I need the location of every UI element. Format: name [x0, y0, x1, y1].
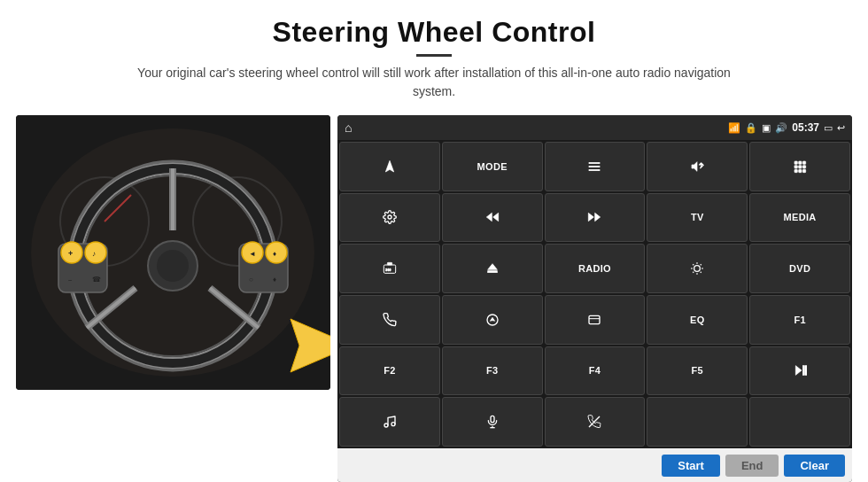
- svg-marker-68: [795, 366, 802, 376]
- btn-navigation[interactable]: [442, 295, 543, 345]
- svg-rect-54: [487, 271, 497, 273]
- clear-button[interactable]: Clear: [784, 455, 845, 477]
- svg-rect-43: [799, 169, 802, 172]
- svg-line-62: [701, 264, 701, 265]
- svg-rect-39: [794, 165, 797, 167]
- status-icons: 📶 🔒 ▣ 🔊 05:37 ▭ ↩: [728, 121, 845, 134]
- svg-marker-65: [490, 317, 494, 321]
- btn-apps[interactable]: [749, 142, 850, 191]
- btn-360cam[interactable]: 360: [339, 244, 440, 293]
- wifi-icon: 📶: [728, 122, 740, 134]
- btn-dvd[interactable]: DVD: [749, 244, 850, 293]
- header-description: Your original car's steering wheel contr…: [124, 64, 744, 101]
- btn-window[interactable]: [545, 295, 646, 345]
- header-divider: [416, 54, 452, 57]
- svg-text:♦: ♦: [273, 276, 276, 284]
- svg-rect-37: [799, 161, 802, 164]
- button-grid: MODE TV: [337, 140, 852, 448]
- svg-rect-41: [802, 165, 805, 167]
- svg-rect-42: [794, 169, 797, 172]
- svg-text:♦: ♦: [273, 250, 276, 258]
- btn-volume-mute[interactable]: [647, 142, 748, 191]
- steering-wheel-image: + ♪ − ☎ ◄ ♦ ○ ♦: [16, 115, 330, 390]
- btn-empty-2: [749, 397, 850, 447]
- svg-line-63: [694, 272, 694, 273]
- svg-point-19: [85, 242, 106, 263]
- svg-point-55: [694, 266, 701, 272]
- svg-marker-46: [486, 214, 492, 222]
- end-button[interactable]: End: [725, 455, 779, 477]
- svg-rect-33: [589, 166, 600, 167]
- page-title: Steering Wheel Control: [18, 16, 850, 49]
- svg-point-71: [384, 424, 388, 427]
- svg-rect-69: [802, 366, 804, 376]
- sd-icon: ▣: [762, 122, 771, 134]
- lock-icon: 🔒: [745, 122, 757, 134]
- header-section: Steering Wheel Control Your original car…: [0, 0, 868, 106]
- svg-text:+: +: [68, 249, 73, 258]
- btn-play-pause[interactable]: [749, 346, 850, 396]
- btn-list[interactable]: [545, 142, 646, 191]
- btn-rewind[interactable]: [442, 193, 543, 243]
- screen-icon: ▭: [824, 122, 833, 134]
- svg-line-76: [589, 416, 600, 427]
- svg-marker-47: [492, 214, 498, 222]
- svg-rect-73: [491, 416, 494, 422]
- svg-rect-32: [589, 162, 600, 163]
- btn-media[interactable]: MEDIA: [749, 193, 850, 243]
- svg-marker-49: [589, 214, 594, 222]
- svg-line-61: [701, 272, 701, 273]
- svg-point-16: [157, 250, 189, 282]
- btn-mode[interactable]: MODE: [442, 142, 543, 191]
- svg-text:−: −: [68, 276, 73, 284]
- btn-f1[interactable]: F1: [749, 295, 850, 345]
- head-unit-panel: ⌂ 📶 🔒 ▣ 🔊 05:37 ▭ ↩ MODE: [337, 115, 852, 482]
- svg-marker-53: [487, 264, 497, 270]
- svg-line-60: [694, 264, 694, 265]
- btn-f2[interactable]: F2: [339, 346, 440, 396]
- svg-text:◄: ◄: [249, 250, 256, 258]
- btn-tv[interactable]: TV: [647, 193, 748, 243]
- btn-nav-arrow[interactable]: [339, 142, 440, 191]
- svg-point-45: [388, 215, 391, 219]
- btn-brightness[interactable]: [647, 244, 748, 293]
- btn-empty-1: [647, 397, 748, 447]
- btn-radio[interactable]: RADIO: [545, 244, 646, 293]
- btn-f3[interactable]: F3: [442, 346, 543, 396]
- btn-f5[interactable]: F5: [647, 346, 748, 396]
- svg-text:○: ○: [249, 276, 253, 284]
- status-time: 05:37: [792, 121, 819, 134]
- page: Steering Wheel Control Your original car…: [0, 0, 868, 482]
- btn-eject[interactable]: [442, 244, 543, 293]
- btn-phone[interactable]: [339, 295, 440, 345]
- home-icon: ⌂: [345, 120, 352, 135]
- svg-text:☎: ☎: [92, 276, 101, 284]
- svg-rect-44: [802, 169, 805, 172]
- svg-rect-40: [799, 165, 802, 167]
- status-bar: ⌂ 📶 🔒 ▣ 🔊 05:37 ▭ ↩: [337, 115, 852, 140]
- bluetooth-icon: 🔊: [775, 122, 787, 134]
- svg-marker-48: [595, 214, 601, 222]
- btn-microphone[interactable]: [442, 397, 543, 447]
- btn-eq[interactable]: EQ: [647, 295, 748, 345]
- btn-fast-forward[interactable]: [545, 193, 646, 243]
- content-section: + ♪ − ☎ ◄ ♦ ○ ♦ ⌂ 📶: [0, 106, 868, 482]
- svg-rect-38: [802, 161, 805, 164]
- start-button[interactable]: Start: [662, 455, 720, 477]
- action-bar: Start End Clear: [337, 448, 852, 482]
- btn-settings[interactable]: [339, 193, 440, 243]
- svg-rect-36: [794, 161, 797, 164]
- svg-point-72: [391, 423, 395, 426]
- svg-rect-52: [387, 262, 391, 265]
- btn-music[interactable]: [339, 397, 440, 447]
- svg-text:♪: ♪: [92, 250, 96, 258]
- btn-mute-call[interactable]: [545, 397, 646, 447]
- btn-f4[interactable]: F4: [545, 346, 646, 396]
- back-icon: ↩: [837, 122, 845, 134]
- svg-rect-66: [589, 315, 600, 323]
- svg-rect-34: [589, 169, 600, 170]
- svg-text:360: 360: [385, 268, 391, 272]
- svg-rect-70: [805, 366, 807, 376]
